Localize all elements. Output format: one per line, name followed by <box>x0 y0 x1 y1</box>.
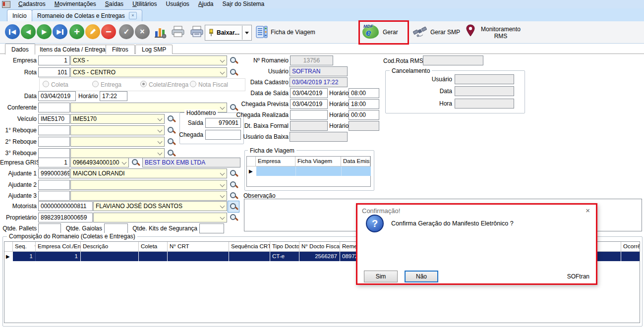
edit-button[interactable] <box>85 24 100 39</box>
radio-entrega[interactable] <box>92 81 99 87</box>
chevron-down-icon[interactable] <box>220 204 225 209</box>
comp-grid-col-seq[interactable]: Seq.▼ <box>13 242 36 252</box>
menu-item-usuarios[interactable]: Usuários <box>161 0 193 8</box>
menu-item-saidas[interactable]: Saídas <box>101 0 128 8</box>
monitoramento-rms-button[interactable] <box>466 24 475 37</box>
menu-item-movimentacoes[interactable]: Movimentações <box>50 0 101 8</box>
tab-itens-coleta-entrega[interactable]: Itens da Coleta / Entrega <box>33 45 112 54</box>
veiculo-code-field[interactable]: IME5170 <box>38 114 70 124</box>
ajudante3-code-field[interactable] <box>38 191 70 201</box>
comp-cell-coleta[interactable] <box>139 252 167 261</box>
proprietario-code-field[interactable]: 89823918000659 <box>38 213 93 222</box>
reboque3-code-field[interactable] <box>38 148 70 158</box>
horario-field[interactable]: 17:22 <box>100 91 127 101</box>
empresa-code-field[interactable]: 1 <box>38 55 70 65</box>
radio-coleta-entrega[interactable] <box>140 81 147 87</box>
confirm-button[interactable]: ✓ <box>119 24 134 39</box>
print-setup-button[interactable] <box>190 26 204 38</box>
gerar-button[interactable]: Gerar <box>383 29 398 36</box>
ajudante3-search-icon[interactable] <box>229 191 238 200</box>
reboque1-code-field[interactable] <box>38 125 70 135</box>
ficha-viagem-toolbar-label[interactable]: Ficha de Viagem <box>271 29 315 36</box>
veiculo-combo[interactable]: IME5170 <box>70 114 165 124</box>
ajudante2-code-field[interactable] <box>38 180 70 190</box>
print-button[interactable] <box>171 26 185 38</box>
reboque3-search-icon[interactable] <box>167 149 176 158</box>
data-field[interactable]: 03/04/2019 <box>38 91 76 101</box>
empresa-gris-search-icon[interactable] <box>131 158 140 167</box>
comp-cell-seqcrt[interactable] <box>229 252 269 261</box>
gerar-smp-label[interactable]: Gerar SMP <box>430 29 460 36</box>
chevron-down-icon[interactable] <box>122 160 127 165</box>
comp-grid-col-doctofiscal[interactable]: N° Docto Fiscal <box>299 242 340 252</box>
menu-item-cadastros[interactable]: Cadastros <box>14 0 50 8</box>
comp-cell-ncrt[interactable] <box>168 252 228 261</box>
nao-button[interactable]: Não <box>405 271 438 282</box>
add-button[interactable]: + <box>69 24 84 39</box>
nav-prior-button[interactable]: ◀ <box>21 24 36 39</box>
ajudante1-search-icon[interactable] <box>229 169 238 178</box>
comp-grid-col-tipodocto[interactable]: Tipo Docto <box>270 242 299 252</box>
reboque2-combo[interactable] <box>70 137 165 147</box>
reboque2-search-icon[interactable] <box>167 137 176 146</box>
ficha-viagem-button[interactable] <box>256 26 268 38</box>
tab-romaneio[interactable]: Romaneio de Coletas e Entregas × <box>32 9 142 21</box>
mdfe-logo[interactable]: MDF e <box>361 23 380 40</box>
chevron-down-icon[interactable] <box>158 139 163 144</box>
comp-grid-col-ocorrencia[interactable]: Ocorrência <box>621 242 640 252</box>
cancel-button[interactable]: × <box>135 24 150 39</box>
chevron-down-icon[interactable] <box>220 182 225 187</box>
tab-close-icon[interactable]: × <box>129 12 137 19</box>
comp-grid-col-empresa[interactable]: Empresa Col./Ent. <box>36 242 81 252</box>
nav-first-button[interactable]: ◀ <box>5 24 20 39</box>
delete-button[interactable]: − <box>101 24 116 39</box>
chart-button[interactable] <box>154 25 167 39</box>
chevron-down-icon[interactable] <box>158 116 163 121</box>
ficha-grid-col-empresa[interactable]: Empresa <box>256 157 295 166</box>
ajudante1-code-field[interactable]: 999000369 <box>38 168 70 178</box>
comp-cell-doctofiscal[interactable]: 2566287 <box>299 252 339 261</box>
monitoramento-rms-label-2[interactable]: RMS <box>478 33 523 40</box>
tab-filtros[interactable]: Filtros <box>106 45 135 54</box>
empresa-combo[interactable]: CXS - <box>70 55 227 65</box>
data-saida-field[interactable]: 03/04/2019 <box>290 88 328 98</box>
ficha-selected-row[interactable] <box>256 166 371 176</box>
rota-code-field[interactable]: 101 <box>38 67 70 77</box>
menu-item-sair[interactable]: Sair do Sistema <box>218 0 269 8</box>
empresa-gris-cnpj-combo[interactable]: 09664934000100 <box>70 158 129 167</box>
nav-next-button[interactable]: ▶ <box>37 24 52 39</box>
baixar-split-button[interactable]: Baixar... <box>205 25 252 41</box>
ajudante1-combo[interactable]: MAICON LORANDI <box>70 168 227 178</box>
chevron-down-icon[interactable] <box>220 171 225 176</box>
reboque1-combo[interactable] <box>70 125 165 135</box>
comp-grid-col-coleta[interactable]: Coleta <box>139 242 168 252</box>
comp-grid-col-ncrt[interactable]: N° CRT <box>168 242 229 252</box>
chegada-prevista-field[interactable]: 03/04/2019 <box>290 99 328 109</box>
ajudante3-combo[interactable] <box>70 191 227 201</box>
chevron-down-icon[interactable] <box>220 193 225 198</box>
chevron-down-icon[interactable] <box>158 151 163 156</box>
radio-nota-fiscal[interactable] <box>190 81 196 87</box>
comp-cell-seq[interactable]: 1 <box>13 252 35 261</box>
comp-cell-tipodocto[interactable]: CT-e <box>270 252 298 261</box>
horario-realizada-field[interactable]: 00:00 <box>349 110 379 120</box>
motorista-search-icon[interactable] <box>229 202 238 211</box>
empresa-gris-code-field[interactable]: 1 <box>38 158 70 167</box>
comp-grid-col-seqcrt[interactable]: Sequência CRT <box>229 242 270 252</box>
proprietario-search-icon[interactable] <box>229 213 238 222</box>
comp-grid-col-descricao[interactable]: Descrição <box>81 242 139 252</box>
motorista-code-field[interactable]: 00000000000811 <box>38 201 93 211</box>
menu-item-ajuda[interactable]: Ajuda <box>194 0 218 8</box>
motorista-combo[interactable]: FLAVIANO JOSÉ DOS SANTOS <box>93 201 227 211</box>
reboque3-combo[interactable] <box>70 148 165 158</box>
chevron-down-icon[interactable] <box>158 128 163 133</box>
sim-button[interactable]: Sim <box>364 271 398 282</box>
radio-coleta[interactable] <box>43 81 49 87</box>
comp-cell-empresa[interactable]: 1 <box>36 252 80 261</box>
nav-last-button[interactable]: ▶ <box>53 24 67 39</box>
tab-inicio[interactable]: Início <box>7 9 32 21</box>
monitoramento-rms-label-1[interactable]: Monitoramento <box>478 26 523 33</box>
qtde-kits-field[interactable] <box>199 223 224 233</box>
tab-dados[interactable]: Dados <box>5 44 35 55</box>
dialog-close-icon[interactable]: × <box>585 207 590 214</box>
